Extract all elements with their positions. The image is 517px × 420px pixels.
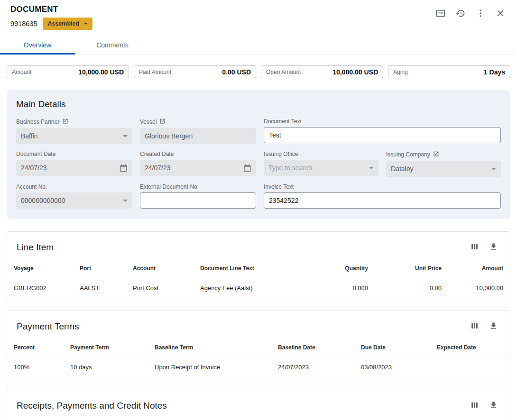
column-header: Due Date [357, 339, 433, 357]
field-label-text: Issuing Company [386, 151, 430, 158]
field-document-date: Document Date 24/07/23 [16, 151, 132, 177]
field-label: Document Date [16, 151, 132, 157]
field-label: Account No. [16, 183, 132, 190]
cell-document-line-text: Agency Fee (Aalst) [196, 278, 320, 298]
status-badge[interactable]: Assembled [43, 18, 92, 30]
download-icon [489, 401, 498, 411]
status-badge-label: Assembled [47, 20, 79, 27]
field-issuing-company: Issuing Company Dataloy [386, 151, 501, 177]
payment-terms-actions [467, 320, 500, 334]
chevron-down-icon [84, 23, 88, 25]
summary-card-open-amount: Open Amount 10,000.00 USD [261, 65, 383, 78]
external-document-no-input[interactable] [140, 192, 256, 209]
account-no-select: 000000000000 [16, 192, 132, 209]
tab-comments-label: Comments [96, 41, 129, 49]
cell-voyage: GBERG002 [7, 278, 76, 298]
main-details-section: Main Details Business Partner Baffin Ves… [7, 90, 510, 219]
payment-terms-title: Payment Terms [17, 321, 79, 332]
issuing-company-select: Dataloy [386, 161, 501, 177]
columns-button[interactable] [467, 399, 481, 413]
open-in-new-icon[interactable] [433, 151, 439, 158]
summary-label: Amount [12, 69, 31, 75]
table-header-row: Percent Payment Term Baseline Term Basel… [7, 339, 510, 357]
tab-overview-label: Overview [24, 41, 51, 49]
summary-label: Open Amount [266, 69, 301, 75]
cell-expected-date [433, 357, 510, 377]
cell-baseline-date: 24/07/2023 [274, 357, 357, 377]
table-row[interactable]: 100% 10 days Upon Receipt of Invoice 24/… [7, 357, 510, 377]
line-item-section: Line Item Voyage Port Account Document L… [7, 231, 510, 298]
summary-value: 10,000.00 USD [78, 68, 124, 76]
field-row: Business Partner Baffin Vessel Glorious … [16, 118, 501, 144]
open-in-new-icon[interactable] [159, 118, 166, 126]
chevron-down-icon [491, 168, 496, 170]
columns-icon [470, 321, 479, 332]
receipts-header: Receipts, Payments and Credit Notes [7, 390, 510, 419]
field-vessel: Vessel Glorious Bergen [140, 118, 256, 144]
download-button[interactable] [486, 399, 500, 413]
field-invoice-text: Invoice Text [264, 183, 501, 209]
history-icon [456, 9, 465, 19]
receipts-actions [467, 399, 500, 413]
field-label: Vessel [140, 118, 256, 126]
document-date-value: 24/07/23 [21, 164, 47, 172]
field-label-text: Account No. [16, 183, 47, 190]
field-label: Issuing Company [386, 151, 501, 158]
invoice-text-input[interactable] [264, 192, 501, 209]
created-date-value: 24/07/23 [145, 164, 171, 172]
issuing-company-value: Dataloy [391, 165, 413, 173]
line-item-header: Line Item [7, 232, 510, 260]
close-icon [495, 8, 506, 20]
column-header: Port [76, 260, 129, 278]
column-header: Expected Date [433, 339, 510, 357]
field-label-text: Issuing Office [264, 151, 298, 157]
field-label-text: Business Partner [16, 119, 59, 125]
history-button[interactable] [453, 7, 468, 21]
svg-text:PDF: PDF [438, 11, 444, 15]
columns-button[interactable] [467, 320, 481, 334]
column-header: Account [129, 260, 196, 278]
column-header: Amount [445, 260, 510, 278]
pdf-export-button[interactable]: PDF [434, 7, 448, 21]
kebab-menu-icon [476, 9, 485, 19]
field-label-text: Invoice Text [264, 183, 294, 190]
close-button[interactable] [493, 7, 508, 21]
summary-value: 0.00 USD [222, 68, 251, 76]
issuing-office-placeholder: Type to search. [268, 164, 314, 172]
line-item-title: Line Item [17, 242, 54, 253]
column-header: Unit Price [372, 260, 445, 278]
document-number: 9918635 [10, 20, 37, 27]
cell-amount: 10,000.00 [445, 278, 510, 298]
receipts-title: Receipts, Payments and Credit Notes [17, 401, 167, 411]
field-external-document-no: External Document No [140, 183, 256, 209]
main-details-title: Main Details [16, 99, 501, 110]
more-menu-button[interactable] [473, 7, 488, 21]
open-in-new-icon[interactable] [62, 118, 68, 126]
tab-comments[interactable]: Comments [75, 36, 150, 55]
tab-overview[interactable]: Overview [0, 36, 75, 55]
download-button[interactable] [486, 240, 500, 255]
field-label: Created Date [140, 151, 256, 157]
field-label: Issuing Office [264, 151, 379, 157]
field-issuing-office: Issuing Office Type to search. [264, 151, 379, 177]
payment-terms-header: Payment Terms [7, 311, 510, 339]
tab-bar: Overview Comments [0, 36, 517, 55]
calendar-icon [243, 164, 251, 172]
field-label-text: Document Date [16, 151, 55, 157]
column-header: Payment Term [66, 339, 151, 357]
cell-payment-term: 10 days [66, 357, 151, 377]
cell-due-date: 03/08/2023 [357, 357, 433, 377]
field-label: Business Partner [16, 118, 132, 126]
download-button[interactable] [486, 320, 500, 334]
table-row[interactable]: GBERG002 AALST Port Cost Agency Fee (Aal… [7, 278, 510, 298]
document-text-input[interactable] [264, 127, 501, 143]
columns-button[interactable] [467, 240, 481, 255]
table-header-row: Voyage Port Account Document Line Text Q… [7, 260, 510, 278]
summary-value: 1 Days [484, 68, 505, 76]
receipts-section: Receipts, Payments and Credit Notes Docu… [7, 390, 510, 420]
cell-account: Port Cost [129, 278, 196, 298]
calendar-icon [120, 164, 128, 172]
business-partner-select: Baffin [16, 128, 132, 144]
payment-terms-table: Percent Payment Term Baseline Term Basel… [7, 339, 510, 377]
line-item-actions [467, 240, 500, 255]
